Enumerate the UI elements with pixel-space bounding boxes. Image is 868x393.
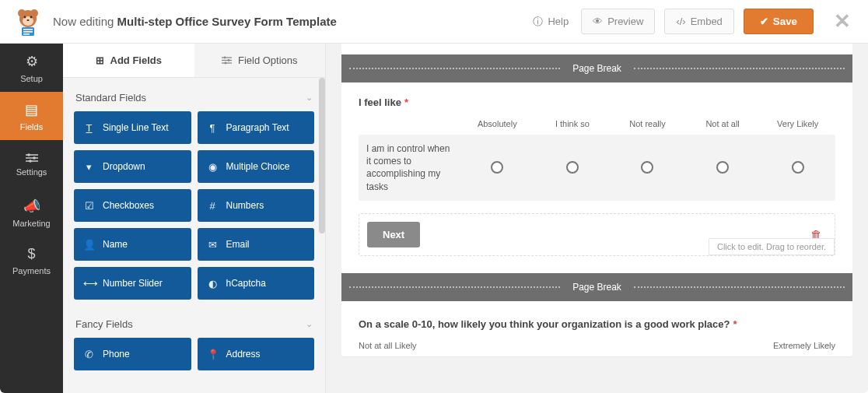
nav-settings[interactable]: Settings [0, 140, 63, 188]
field-multiple-choice[interactable]: ◉Multiple Choice [198, 150, 315, 183]
field-hcaptcha[interactable]: ◐hCaptcha [198, 267, 315, 300]
standard-fields-heading[interactable]: Standard Fields ⌄ [74, 87, 314, 111]
chevron-down-icon: ⌄ [306, 319, 313, 329]
radio-option[interactable] [491, 161, 503, 174]
field-numbers[interactable]: #Numbers [198, 189, 315, 222]
form-title: Multi-step Office Survey Form Template [117, 15, 337, 28]
bear-icon [12, 6, 44, 37]
tile-label: Address [226, 349, 261, 360]
field-address[interactable]: 📍Address [198, 338, 315, 370]
tile-label: Email [226, 239, 250, 250]
row-label: I am in control when it comes to accompl… [359, 142, 460, 193]
radio-option[interactable] [716, 161, 729, 174]
svg-point-21 [228, 59, 230, 61]
page-break: Page Break [341, 273, 852, 301]
user-icon: 👤 [83, 239, 95, 251]
radio-option[interactable] [792, 161, 804, 174]
top-bar: Now editing Multi-step Office Survey For… [0, 0, 868, 44]
nav-label: Fields [20, 122, 43, 132]
nps-scale-labels: Not at all Likely Extremely Likely [359, 341, 835, 350]
tile-label: Multiple Choice [226, 161, 290, 172]
field-checkboxes[interactable]: ☑Checkboxes [74, 189, 191, 222]
embed-label: Embed [691, 16, 723, 27]
form-card[interactable]: On a scale 0-10, how likely you think yo… [341, 301, 852, 356]
svg-point-4 [24, 16, 26, 18]
col-label: Very Likely [760, 119, 835, 128]
svg-point-14 [27, 153, 30, 156]
help-link[interactable]: ⓘ Help [530, 10, 572, 33]
field-number-slider[interactable]: ⟷Number Slider [74, 267, 191, 300]
hash-icon: # [207, 200, 219, 212]
check-icon: ✔ [760, 16, 768, 27]
save-label: Save [773, 16, 797, 27]
nav-label: Settings [16, 167, 47, 177]
nav-payments[interactable]: $ Payments [0, 237, 63, 285]
tab-label: Field Options [238, 54, 298, 66]
required-marker: * [404, 96, 408, 108]
field-paragraph-text[interactable]: ¶Paragraph Text [198, 111, 315, 144]
form-card[interactable]: I feel like* Absolutely I think so Not r… [341, 82, 852, 273]
field-dropdown[interactable]: ▾Dropdown [74, 150, 191, 183]
tab-label: Add Fields [110, 54, 162, 66]
page-title: Now editing Multi-step Office Survey For… [53, 15, 520, 28]
editing-prefix: Now editing [53, 15, 114, 28]
tile-label: Single Line Text [103, 122, 169, 133]
tile-label: Dropdown [103, 161, 145, 172]
col-label: Not at all [685, 119, 761, 128]
form-card[interactable] [341, 44, 852, 54]
field-email[interactable]: ✉Email [198, 228, 315, 261]
field-single-line-text[interactable]: TSingle Line Text [74, 111, 191, 144]
captcha-icon: ◐ [207, 278, 219, 289]
embed-button[interactable]: ‹/› Embed [664, 9, 733, 34]
fancy-fields-heading[interactable]: Fancy Fields ⌄ [74, 314, 314, 338]
preview-button[interactable]: 👁 Preview [581, 9, 655, 34]
next-button[interactable]: Next [367, 222, 420, 247]
scale-right: Extremely Likely [773, 341, 835, 350]
field-name[interactable]: 👤Name [74, 228, 191, 261]
tile-label: Phone [103, 349, 130, 360]
likert-header: Absolutely I think so Not really Not at … [359, 119, 835, 135]
required-marker: * [733, 318, 737, 330]
bullhorn-icon: 📣 [23, 198, 40, 215]
svg-point-15 [33, 156, 36, 160]
tile-label: Name [103, 239, 128, 250]
form-icon: ▤ [25, 101, 38, 118]
save-button[interactable]: ✔ Save [744, 9, 814, 34]
radio-option[interactable] [566, 161, 579, 174]
preview-label: Preview [607, 16, 643, 27]
eye-icon: 👁 [593, 16, 603, 27]
nav-fields[interactable]: ▤ Fields [0, 92, 63, 140]
app-logo [12, 6, 44, 37]
svg-rect-10 [23, 33, 30, 35]
code-icon: ‹/› [676, 16, 685, 27]
pin-icon: 📍 [207, 349, 219, 360]
nav-marketing[interactable]: 📣 Marketing [0, 188, 63, 237]
side-nav: ⚙ Setup ▤ Fields Settings 📣 Marketing $ … [0, 44, 63, 393]
nav-label: Payments [12, 266, 51, 275]
svg-rect-8 [23, 29, 33, 30]
tab-field-options[interactable]: Field Options [194, 44, 326, 78]
nav-setup[interactable]: ⚙ Setup [0, 44, 63, 92]
next-row[interactable]: Next 🗑 Click to edit. Drag to reorder. [359, 213, 835, 256]
q-text: I feel like [359, 96, 401, 108]
col-label: Absolutely [460, 119, 535, 128]
add-icon: ⊞ [96, 54, 104, 66]
svg-point-16 [29, 160, 32, 163]
svg-point-20 [224, 57, 226, 59]
radio-option[interactable] [641, 161, 653, 174]
field-phone[interactable]: ✆Phone [74, 338, 191, 370]
nav-label: Setup [20, 74, 43, 83]
panel-scrollbar[interactable] [319, 78, 325, 233]
tile-label: Paragraph Text [226, 122, 289, 133]
q-text: On a scale 0-10, how likely you think yo… [359, 318, 730, 330]
mail-icon: ✉ [207, 239, 219, 251]
section-title: Fancy Fields [75, 318, 133, 330]
col-label: I think so [535, 119, 611, 128]
dollar-icon: $ [27, 246, 35, 262]
phone-icon: ✆ [83, 349, 95, 360]
close-button[interactable]: ✕ [829, 9, 856, 33]
tab-add-fields[interactable]: ⊞ Add Fields [63, 44, 194, 78]
fields-panel: ⊞ Add Fields Field Options Standard Fiel… [63, 44, 326, 393]
question-label: On a scale 0-10, how likely you think yo… [359, 318, 835, 330]
tile-label: Numbers [226, 200, 264, 211]
